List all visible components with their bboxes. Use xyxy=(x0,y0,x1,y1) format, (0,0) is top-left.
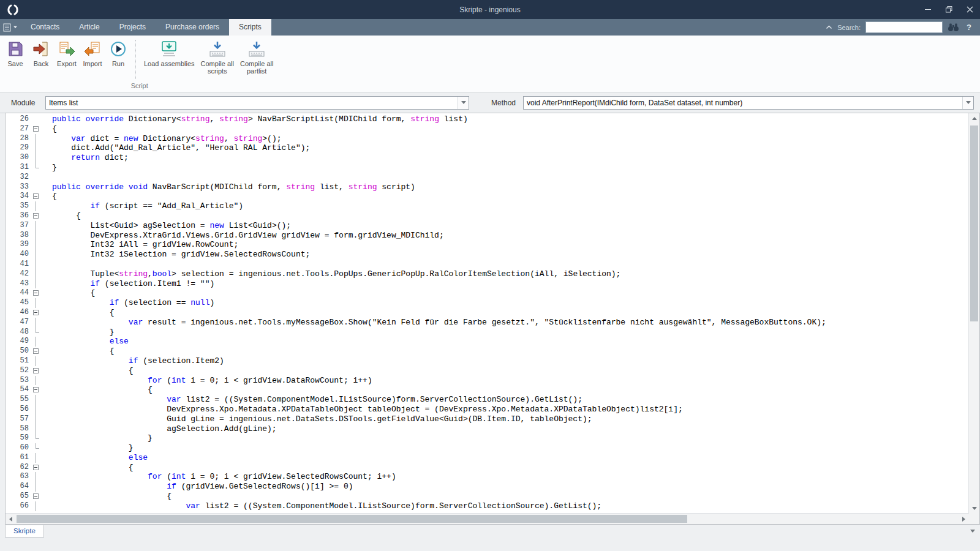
code-line-41[interactable]: 41 xyxy=(6,260,969,269)
code-line-38[interactable]: 38 DevExpress.XtraGrid.Views.Grid.GridVi… xyxy=(6,231,969,241)
app-menu-button[interactable] xyxy=(0,19,21,36)
fold-collapse-icon[interactable] xyxy=(30,463,42,473)
code-line-28[interactable]: 28 var dict = new Dictionary<string, str… xyxy=(6,134,969,144)
code-text: DevExpress.Xpo.Metadata.XPDataTableObjec… xyxy=(42,405,683,414)
code-text: } xyxy=(42,328,114,337)
compile-all-scripts-button[interactable]: Compile all scripts xyxy=(198,37,237,76)
arrow-down-icon xyxy=(972,507,977,510)
code-line-39[interactable]: 39 Int32 iAll = gridView.RowCount; xyxy=(6,240,969,250)
run-button[interactable]: Run xyxy=(105,37,131,69)
code-text: var result = ingenious.net.Tools.myMessa… xyxy=(42,318,826,328)
code-line-31[interactable]: 31} xyxy=(6,163,969,173)
code-line-51[interactable]: 51 if (selection.Item2) xyxy=(6,356,969,366)
code-line-34[interactable]: 34{ xyxy=(6,192,969,201)
fold-collapse-icon[interactable] xyxy=(30,385,42,395)
collapse-ribbon-icon[interactable] xyxy=(826,25,832,29)
search-input[interactable] xyxy=(865,21,943,33)
fold-collapse-icon[interactable] xyxy=(30,211,42,221)
code-line-63[interactable]: 63 for (int i = 0; i < gridView.Selected… xyxy=(6,472,969,482)
code-editor[interactable]: 26public override Dictionary<string, str… xyxy=(5,113,980,525)
maximize-button[interactable] xyxy=(938,0,959,19)
horizontal-scroll-thumb[interactable] xyxy=(17,515,687,523)
ribbon-tab-purchase-orders[interactable]: Purchase orders xyxy=(156,19,229,36)
fold-collapse-icon[interactable] xyxy=(30,347,42,356)
ribbon-tab-article[interactable]: Article xyxy=(69,19,109,36)
code-line-26[interactable]: 26public override Dictionary<string, str… xyxy=(6,114,969,124)
code-line-36[interactable]: 36 { xyxy=(6,211,969,221)
code-line-64[interactable]: 64 if (gridView.GetSelectedRows()[i] >= … xyxy=(6,482,969,492)
code-line-59[interactable]: 59 } xyxy=(6,433,969,443)
vertical-scrollbar[interactable] xyxy=(968,113,979,514)
code-line-30[interactable]: 30 return dict; xyxy=(6,153,969,163)
code-line-49[interactable]: 49 else xyxy=(6,337,969,347)
code-line-61[interactable]: 61 else xyxy=(6,453,969,463)
tab-list-dropdown-icon[interactable] xyxy=(970,530,975,533)
scroll-up-button[interactable] xyxy=(969,113,979,124)
code-line-27[interactable]: 27{ xyxy=(6,124,969,134)
code-line-47[interactable]: 47 var result = ingenious.net.Tools.myMe… xyxy=(6,318,969,328)
code-line-56[interactable]: 56 DevExpress.Xpo.Metadata.XPDataTableOb… xyxy=(6,405,969,414)
fold-collapse-icon[interactable] xyxy=(30,308,42,318)
back-button[interactable]: Back xyxy=(28,37,54,69)
code-line-50[interactable]: 50 { xyxy=(6,347,969,356)
code-area[interactable]: 26public override Dictionary<string, str… xyxy=(6,114,969,514)
fold-collapse-icon[interactable] xyxy=(30,288,42,298)
code-line-66[interactable]: 66 var list2 = ((System.ComponentModel.I… xyxy=(6,501,969,511)
ribbon-group-script: SaveBackExportImportRunLoad assembliesCo… xyxy=(0,36,279,92)
module-select[interactable]: Items list xyxy=(45,96,469,110)
ribbon-tab-projects[interactable]: Projects xyxy=(110,19,156,36)
code-line-65[interactable]: 65 { xyxy=(6,492,969,501)
import-button[interactable]: Import xyxy=(80,37,105,69)
fold-collapse-icon[interactable] xyxy=(30,366,42,376)
fold-collapse-icon[interactable] xyxy=(30,192,42,201)
code-line-57[interactable]: 57 Guid gLine = ingenious.net.DataSets.D… xyxy=(6,414,969,424)
vertical-scroll-thumb[interactable] xyxy=(970,126,978,321)
code-line-48[interactable]: 48 } xyxy=(6,328,969,337)
ribbon: SaveBackExportImportRunLoad assembliesCo… xyxy=(0,36,980,92)
horizontal-scrollbar[interactable] xyxy=(6,513,969,524)
code-line-58[interactable]: 58 agSelection.Add(gLine); xyxy=(6,424,969,434)
code-line-53[interactable]: 53 for (int i = 0; i < gridView.DataRowC… xyxy=(6,376,969,386)
code-line-32[interactable]: 32 xyxy=(6,173,969,182)
code-line-42[interactable]: 42 Tuple<string,bool> selection = ingeni… xyxy=(6,269,969,279)
code-line-62[interactable]: 62 { xyxy=(6,463,969,473)
code-line-60[interactable]: 60 } xyxy=(6,443,969,453)
code-text: } xyxy=(42,163,57,173)
code-line-40[interactable]: 40 Int32 iSelection = gridView.SelectedR… xyxy=(6,250,969,260)
method-select[interactable]: void AfterPrintReport(IMdiChild form, Da… xyxy=(523,96,974,110)
code-line-33[interactable]: 33public override void NavBarScript(MDIC… xyxy=(6,182,969,192)
help-icon[interactable]: ? xyxy=(964,23,974,32)
ribbon-tab-scripts[interactable]: Scripts xyxy=(229,19,271,36)
code-line-44[interactable]: 44 { xyxy=(6,288,969,298)
compile-all-partlist-icon xyxy=(246,39,267,59)
fold-marker xyxy=(30,134,42,144)
code-line-55[interactable]: 55 var list2 = ((System.ComponentModel.I… xyxy=(6,395,969,405)
fold-collapse-icon[interactable] xyxy=(30,124,42,134)
code-line-29[interactable]: 29 dict.Add("Add_Ral_Article", "Heroal R… xyxy=(6,143,969,153)
chevron-down-icon xyxy=(461,101,466,104)
code-line-52[interactable]: 52 { xyxy=(6,366,969,376)
ribbon-tab-contacts[interactable]: Contacts xyxy=(21,19,69,36)
scroll-left-button[interactable] xyxy=(6,514,16,524)
code-line-54[interactable]: 54 { xyxy=(6,385,969,395)
document-tab-skripte[interactable]: Skripte xyxy=(5,525,44,538)
compile-all-partlist-button[interactable]: Compile all partlist xyxy=(237,37,276,76)
method-select-arrow[interactable] xyxy=(962,97,973,109)
scroll-right-button[interactable] xyxy=(959,514,969,524)
module-select-arrow[interactable] xyxy=(458,97,469,109)
code-line-46[interactable]: 46 { xyxy=(6,308,969,318)
scroll-down-button[interactable] xyxy=(969,503,979,514)
save-button[interactable]: Save xyxy=(2,37,28,69)
fold-marker xyxy=(30,221,42,231)
code-line-35[interactable]: 35 if (script == "Add_Ral_Article") xyxy=(6,201,969,211)
code-line-45[interactable]: 45 if (selection == null) xyxy=(6,298,969,308)
fold-collapse-icon[interactable] xyxy=(30,492,42,501)
code-line-43[interactable]: 43 if (selection.Item1 != "") xyxy=(6,279,969,289)
export-button[interactable]: Export xyxy=(54,37,80,69)
close-button[interactable] xyxy=(959,0,980,19)
code-line-37[interactable]: 37 List<Guid> agSelection = new List<Gui… xyxy=(6,221,969,231)
export-icon xyxy=(58,39,76,59)
minimize-button[interactable] xyxy=(918,0,938,19)
load-assemblies-button[interactable]: Load assemblies xyxy=(141,37,198,69)
binoculars-icon[interactable] xyxy=(948,23,959,32)
